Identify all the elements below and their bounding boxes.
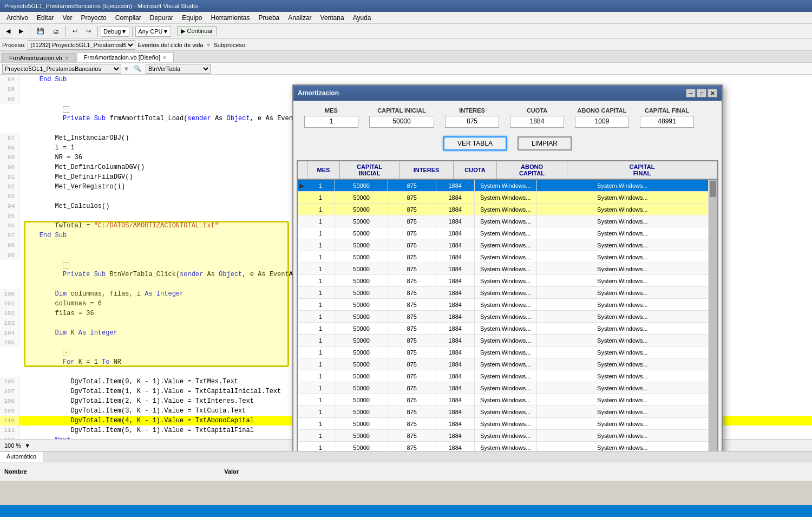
table-cell: 1: [306, 299, 336, 310]
menu-compilar[interactable]: Compilar: [111, 13, 146, 23]
table-cell: 1: [306, 358, 336, 370]
table-cell: System.Windows...: [537, 299, 709, 310]
table-row: 1500008751884System.Windows...System.Win…: [298, 418, 709, 430]
collapse-99[interactable]: -: [63, 262, 69, 269]
table-row: 1500008751884System.Windows...System.Win…: [298, 251, 709, 263]
table-cell: 875: [388, 346, 436, 358]
table-cell: 875: [388, 180, 436, 191]
tab-frmamortizacion-vb[interactable]: FrmAmortizacion.vb ✕: [2, 53, 76, 62]
menu-prueba[interactable]: Prueba: [254, 13, 284, 23]
menu-herramientas[interactable]: Herramientas: [207, 13, 254, 23]
dialog-close-btn[interactable]: ✕: [708, 89, 717, 97]
debug-config-dropdown[interactable]: Debug ▼: [101, 26, 129, 37]
ver-tabla-btn[interactable]: VER TABLA: [443, 136, 507, 150]
dgv-body[interactable]: ▶1500008751884System.Windows...System.Wi…: [298, 180, 709, 451]
table-row: 1500008751884System.Windows...System.Win…: [298, 227, 709, 239]
tab-automatico[interactable]: Automático: [0, 452, 43, 462]
capital-final-value[interactable]: 48991: [640, 116, 694, 128]
toolbar-sep3: [97, 26, 98, 37]
table-cell: 50000: [335, 227, 388, 239]
toolbar-save-btn[interactable]: 💾: [33, 26, 48, 36]
table-cell: 1884: [436, 192, 475, 203]
cuota-value[interactable]: 1884: [510, 116, 564, 128]
table-cell: 875: [388, 239, 436, 251]
toolbar-undo-btn[interactable]: ↩: [69, 26, 81, 36]
toolbar-save-all-btn[interactable]: 🗂: [49, 27, 63, 36]
row-arrow: [298, 335, 306, 346]
table-row: 1500008751884System.Windows...System.Win…: [298, 299, 709, 311]
table-cell: 1: [306, 287, 336, 298]
table-cell: 875: [388, 287, 436, 298]
nombre-col: Nombre: [4, 468, 27, 475]
dialog-top-section: MES 1 CAPITAL INICIAL 50000 INTERES 875: [293, 101, 722, 160]
table-cell: 50000: [335, 346, 388, 358]
table-cell: System.Windows...: [475, 394, 537, 405]
menu-ver[interactable]: Ver: [58, 13, 76, 23]
table-cell: 1884: [436, 358, 475, 370]
table-cell: System.Windows...: [475, 382, 537, 394]
dialog-buttons-row: VER TABLA LIMPIAR: [304, 133, 711, 154]
eventos-label: Eventos del ciclo de vida: [137, 42, 203, 48]
table-cell: 875: [388, 335, 436, 346]
row-arrow: ▶: [298, 180, 306, 191]
table-row: 1500008751884System.Windows...System.Win…: [298, 358, 709, 370]
table-cell: 50000: [335, 370, 388, 382]
dgv-scroll-thumb[interactable]: [710, 181, 716, 197]
collapse-105[interactable]: -: [63, 350, 69, 356]
table-cell: System.Windows...: [537, 382, 709, 394]
vs-title-bar: Proyecto5GL1_PrestamosBancarios (Ejecuci…: [0, 0, 812, 12]
row-arrow: [298, 299, 306, 310]
continuar-btn[interactable]: ▶ Continuar: [177, 26, 217, 36]
limpiar-btn[interactable]: LIMPIAR: [518, 136, 572, 150]
toolbar-fwd-btn[interactable]: ▶: [15, 26, 27, 36]
mes-label: MES: [325, 107, 338, 114]
dgv-header-capital-final: CAPITALFINAL: [567, 161, 717, 179]
table-cell: 875: [388, 311, 436, 322]
status-bar: [0, 505, 812, 517]
menu-depurar[interactable]: Depurar: [146, 13, 178, 23]
table-cell: 1: [306, 263, 336, 274]
table-cell: 50000: [335, 275, 388, 286]
project-dropdown[interactable]: Proyecto5GL1_PrestamosBancarios: [2, 64, 121, 74]
toolbar-back-btn[interactable]: ◀: [2, 26, 14, 36]
table-cell: 50000: [335, 299, 388, 310]
mes-value[interactable]: 1: [304, 116, 358, 128]
dialog-minimize-btn[interactable]: ─: [686, 89, 696, 97]
menu-ventana[interactable]: Ventana: [316, 13, 349, 23]
table-cell: 50000: [335, 394, 388, 405]
table-cell: 50000: [335, 335, 388, 346]
menu-editar[interactable]: Editar: [32, 13, 58, 23]
menu-ayuda[interactable]: Ayuda: [349, 13, 376, 23]
menu-equipo[interactable]: Equipo: [178, 13, 206, 23]
table-cell: System.Windows...: [475, 299, 537, 310]
collapse-86[interactable]: -: [63, 106, 69, 113]
table-cell: 1884: [436, 430, 475, 441]
table-cell: 1: [306, 323, 336, 334]
tab-frmamortizacion-design[interactable]: FrmAmortizacion.vb [Diseño] ✕: [77, 53, 174, 62]
row-arrow: [298, 418, 306, 429]
cpu-dropdown[interactable]: Any CPU ▼: [135, 26, 171, 37]
menu-analizar[interactable]: Analizar: [284, 13, 316, 23]
valor-col: Valor: [224, 468, 239, 475]
process-dropdown[interactable]: [11232] Proyecto5GL1_PrestamosB: [28, 40, 135, 50]
table-cell: 1: [306, 394, 336, 405]
close-icon[interactable]: ✕: [64, 55, 69, 61]
menu-archivo[interactable]: Archivo: [2, 13, 32, 23]
dgv-header-mes: MES: [307, 161, 340, 179]
table-cell: 50000: [335, 287, 388, 298]
dgv-scrollbar[interactable]: [709, 180, 717, 451]
toolbar-redo-btn[interactable]: ↪: [82, 26, 95, 36]
table-cell: System.Windows...: [537, 323, 709, 334]
table-cell: System.Windows...: [475, 239, 537, 251]
close-icon[interactable]: ✕: [162, 55, 167, 61]
table-cell: 50000: [335, 251, 388, 263]
dialog-maximize-btn[interactable]: □: [697, 89, 706, 97]
table-cell: 50000: [335, 180, 388, 191]
capital-inicial-value[interactable]: 50000: [369, 116, 434, 128]
member-dropdown[interactable]: BtnVerTabla: [146, 64, 211, 74]
table-cell: 875: [388, 370, 436, 382]
interes-value[interactable]: 875: [445, 116, 499, 128]
table-cell: 50000: [335, 263, 388, 274]
menu-proyecto[interactable]: Proyecto: [76, 13, 110, 23]
abono-capital-value[interactable]: 1009: [575, 116, 629, 128]
